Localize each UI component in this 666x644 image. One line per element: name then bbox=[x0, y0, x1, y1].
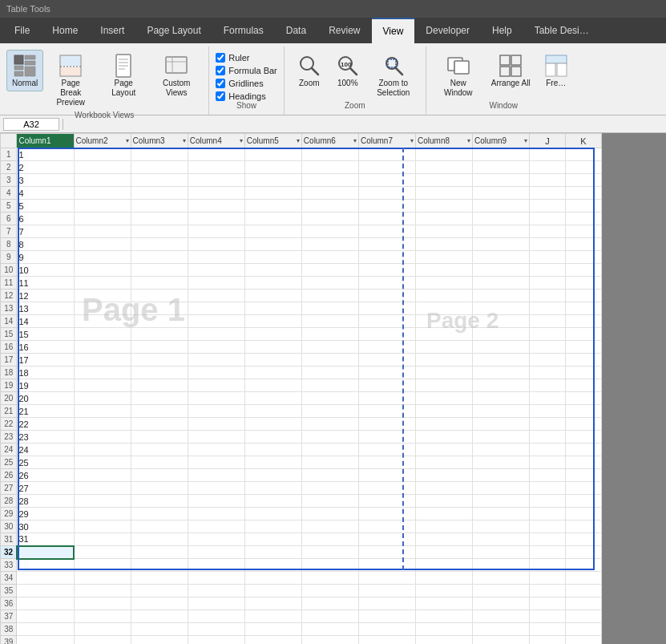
cell-D30[interactable] bbox=[188, 520, 244, 533]
cell-A10[interactable]: 10 bbox=[17, 264, 74, 277]
cell-D29[interactable] bbox=[188, 508, 244, 520]
cell-J2[interactable] bbox=[530, 161, 566, 174]
formula-bar-checkbox[interactable] bbox=[216, 66, 225, 75]
cell-H15[interactable] bbox=[416, 328, 473, 341]
cell-J26[interactable] bbox=[530, 469, 566, 482]
filter-btn-D[interactable]: ▾ bbox=[240, 137, 243, 144]
cell-C29[interactable] bbox=[131, 508, 188, 520]
cell-K11[interactable] bbox=[565, 277, 601, 290]
tab-view[interactable]: View bbox=[372, 18, 415, 43]
cell-F29[interactable] bbox=[301, 508, 358, 520]
cell-J21[interactable] bbox=[530, 405, 566, 418]
cell-I5[interactable] bbox=[473, 200, 530, 213]
cell-A33[interactable] bbox=[17, 559, 74, 572]
cell-C12[interactable] bbox=[131, 290, 188, 302]
cell-H39[interactable] bbox=[416, 636, 473, 645]
cell-E19[interactable] bbox=[244, 379, 301, 392]
tab-home[interactable]: Home bbox=[41, 18, 89, 43]
cell-H25[interactable] bbox=[416, 456, 473, 469]
zoom-to-selection-button[interactable]: Zoom to Selection bbox=[368, 50, 419, 101]
cell-H5[interactable] bbox=[416, 200, 473, 213]
cell-E15[interactable] bbox=[244, 328, 301, 341]
cell-F15[interactable] bbox=[301, 328, 358, 341]
cell-A21[interactable]: 21 bbox=[17, 405, 74, 418]
filter-btn-E[interactable]: ▾ bbox=[297, 137, 300, 144]
col-header-G[interactable]: Column7▾ bbox=[358, 134, 415, 148]
cell-C27[interactable] bbox=[131, 482, 188, 495]
row-num-26[interactable]: 26 bbox=[1, 469, 17, 482]
cell-E25[interactable] bbox=[244, 456, 301, 469]
cell-C17[interactable] bbox=[131, 354, 188, 367]
row-num-20[interactable]: 20 bbox=[1, 392, 17, 405]
row-num-18[interactable]: 18 bbox=[1, 367, 17, 379]
cell-J20[interactable] bbox=[530, 392, 566, 405]
cell-C5[interactable] bbox=[131, 200, 188, 213]
cell-D16[interactable] bbox=[188, 341, 244, 354]
cell-J34[interactable] bbox=[530, 572, 566, 585]
cell-A6[interactable]: 6 bbox=[17, 213, 74, 225]
cell-I1[interactable] bbox=[473, 148, 530, 161]
cell-J11[interactable] bbox=[530, 277, 566, 290]
col-header-H[interactable]: Column8▾ bbox=[416, 134, 473, 148]
row-num-16[interactable]: 16 bbox=[1, 341, 17, 354]
cell-G26[interactable] bbox=[358, 469, 415, 482]
row-num-1[interactable]: 1 bbox=[1, 148, 17, 161]
cell-F7[interactable] bbox=[301, 225, 358, 238]
cell-G4[interactable] bbox=[358, 187, 415, 200]
cell-I6[interactable] bbox=[473, 213, 530, 225]
cell-I22[interactable] bbox=[473, 418, 530, 431]
cell-J27[interactable] bbox=[530, 482, 566, 495]
cell-F32[interactable] bbox=[301, 546, 358, 559]
cell-H28[interactable] bbox=[416, 495, 473, 508]
cell-F24[interactable] bbox=[301, 444, 358, 456]
cell-K20[interactable] bbox=[565, 392, 601, 405]
cell-G23[interactable] bbox=[358, 431, 415, 444]
cell-E17[interactable] bbox=[244, 354, 301, 367]
cell-J9[interactable] bbox=[530, 251, 566, 264]
cell-H19[interactable] bbox=[416, 379, 473, 392]
tab-page-layout[interactable]: Page Layout bbox=[135, 18, 212, 43]
cell-C4[interactable] bbox=[131, 187, 188, 200]
cell-H21[interactable] bbox=[416, 405, 473, 418]
cell-G37[interactable] bbox=[358, 610, 415, 623]
cell-D37[interactable] bbox=[188, 610, 244, 623]
col-header-E[interactable]: Column5▾ bbox=[244, 134, 301, 148]
cell-I17[interactable] bbox=[473, 354, 530, 367]
cell-A26[interactable]: 26 bbox=[17, 469, 74, 482]
cell-G35[interactable] bbox=[358, 585, 415, 597]
cell-F17[interactable] bbox=[301, 354, 358, 367]
cell-A25[interactable]: 25 bbox=[17, 456, 74, 469]
cell-C39[interactable] bbox=[131, 636, 188, 645]
cell-D7[interactable] bbox=[188, 225, 244, 238]
cell-K25[interactable] bbox=[565, 456, 601, 469]
cell-K38[interactable] bbox=[565, 623, 601, 636]
cell-K29[interactable] bbox=[565, 508, 601, 520]
cell-I29[interactable] bbox=[473, 508, 530, 520]
formula-input[interactable] bbox=[67, 119, 663, 129]
cell-J4[interactable] bbox=[530, 187, 566, 200]
cell-F37[interactable] bbox=[301, 610, 358, 623]
cell-D17[interactable] bbox=[188, 354, 244, 367]
cell-J31[interactable] bbox=[530, 533, 566, 546]
cell-B36[interactable] bbox=[74, 597, 131, 610]
cell-H16[interactable] bbox=[416, 341, 473, 354]
filter-btn-A[interactable]: ▾ bbox=[69, 137, 72, 144]
cell-H14[interactable] bbox=[416, 315, 473, 328]
cell-D26[interactable] bbox=[188, 469, 244, 482]
cell-K27[interactable] bbox=[565, 482, 601, 495]
cell-E36[interactable] bbox=[244, 597, 301, 610]
cell-F8[interactable] bbox=[301, 238, 358, 251]
cell-H29[interactable] bbox=[416, 508, 473, 520]
normal-view-button[interactable]: Normal bbox=[6, 50, 43, 91]
cell-H12[interactable] bbox=[416, 290, 473, 302]
name-box[interactable] bbox=[3, 118, 59, 131]
row-num-19[interactable]: 19 bbox=[1, 379, 17, 392]
cell-K16[interactable] bbox=[565, 341, 601, 354]
cell-D8[interactable] bbox=[188, 238, 244, 251]
cell-B3[interactable] bbox=[74, 174, 131, 187]
cell-F23[interactable] bbox=[301, 431, 358, 444]
cell-G9[interactable] bbox=[358, 251, 415, 264]
cell-F2[interactable] bbox=[301, 161, 358, 174]
arrange-all-button[interactable]: Arrange All bbox=[486, 50, 536, 91]
cell-B22[interactable] bbox=[74, 418, 131, 431]
